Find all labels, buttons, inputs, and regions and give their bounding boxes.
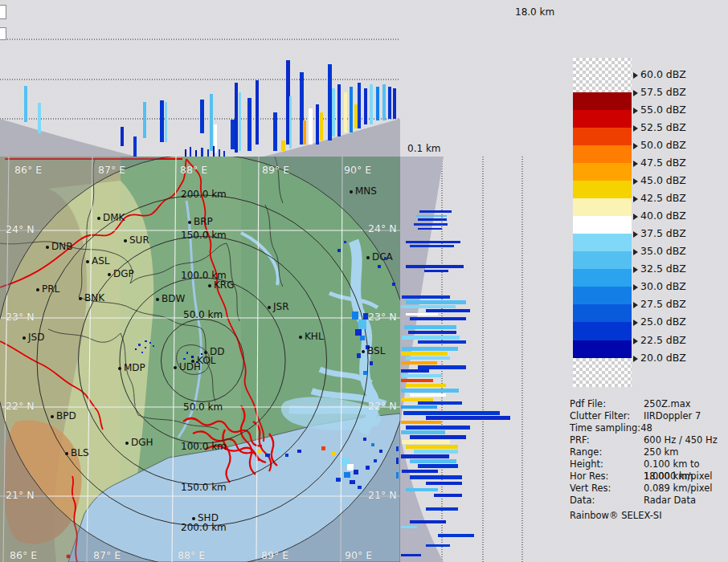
radar-echo-bar <box>370 84 373 124</box>
radar-echo-bar <box>406 445 458 449</box>
legend-tick: 50.0 dBZ <box>633 140 686 151</box>
legend-band-below-min <box>573 358 632 387</box>
radar-echo-bar <box>160 100 164 142</box>
city-dot <box>192 517 195 520</box>
city-dot <box>299 336 302 339</box>
radar-echo-bar <box>371 443 374 446</box>
radar-echo-bar <box>406 356 450 360</box>
radar-echo-bar <box>406 300 466 304</box>
radar-echo-bar <box>401 369 429 373</box>
top-panel-echoes <box>0 0 400 157</box>
radar-echo-bar <box>358 320 366 329</box>
radar-echo-bar <box>138 344 141 346</box>
longitude-label: 86° E <box>10 551 37 561</box>
radar-echo-bar <box>426 309 470 312</box>
clipped-label-artifact <box>0 27 6 40</box>
radar-echo-bar <box>410 393 446 397</box>
tick-arrow-icon <box>633 90 638 96</box>
city-label: SHD <box>192 513 219 523</box>
city-dot <box>350 190 353 193</box>
tick-arrow-icon <box>633 125 638 132</box>
radar-echo-bar <box>402 336 460 340</box>
metadata-label: Pdf File: <box>570 398 606 410</box>
radar-echo-bar <box>402 374 442 377</box>
radar-echo-bar <box>396 458 399 464</box>
radar-echo-bar <box>401 454 449 458</box>
radar-echo-bar <box>406 265 464 268</box>
city-dot <box>86 260 89 263</box>
radar-echo-bar <box>195 150 197 157</box>
radar-echo-bar <box>401 405 437 409</box>
city-label: BPD <box>51 411 76 421</box>
city-dot <box>97 217 100 220</box>
legend-band-above-max <box>573 58 632 92</box>
metadata-value: 1.000 km/pixel <box>644 470 713 483</box>
city-dot <box>124 239 127 242</box>
software-brand: Rainbow® SELEX-SI <box>570 510 722 522</box>
range-ring-label: 200.0 km <box>181 189 227 199</box>
radar-echo-bar <box>382 84 386 120</box>
metadata-row: Pdf File:250Z.max <box>570 398 722 410</box>
radar-echo-bar <box>406 384 446 387</box>
longitude-label: 88° E <box>180 165 207 176</box>
radar-echo-bar <box>190 147 191 157</box>
metadata-row: Time sampling:48 <box>570 422 722 434</box>
city-dot <box>51 415 54 418</box>
legend-band <box>573 163 632 181</box>
radar-echo-bar <box>403 411 500 415</box>
tick-arrow-icon <box>633 338 638 344</box>
radar-echo-bar <box>438 534 474 537</box>
radar-echo-bar <box>402 295 450 299</box>
radar-echo-bar <box>337 84 341 136</box>
radar-echo-bar <box>257 450 261 453</box>
radar-echo-bar <box>210 94 213 151</box>
metadata-row: Range:250 km <box>570 446 722 458</box>
radar-echo-bar <box>418 340 466 344</box>
radar-echo-bar <box>401 379 433 382</box>
longitude-label: 87° E <box>93 551 121 561</box>
longitude-label: 88° E <box>178 551 205 561</box>
radar-echo-bar <box>410 435 466 439</box>
radar-echo-bar <box>344 92 347 132</box>
legend-band <box>573 198 632 216</box>
metadata-label: PRF: <box>570 434 590 446</box>
city-label: DGP <box>108 269 134 279</box>
radar-echo-bar <box>374 459 377 462</box>
radar-echo-bar <box>213 146 215 157</box>
city-label: DNB <box>46 242 72 251</box>
city-dot <box>268 306 271 309</box>
radar-echo-bar <box>320 112 323 140</box>
radar-echo-bar <box>38 103 41 133</box>
metadata-value: 250 km <box>644 446 678 458</box>
radar-echo-bar <box>379 450 382 453</box>
legend-band <box>573 287 632 304</box>
radar-echo-bar <box>392 283 395 286</box>
radar-echo-bar <box>401 421 441 424</box>
radar-echo-bar <box>344 241 346 243</box>
legend-tick: 47.5 dBZ <box>633 158 686 169</box>
metadata-label: Vert Res: <box>570 483 611 495</box>
metadata-row: Height:0.100 km to 18.000 km <box>570 458 722 470</box>
legend-band <box>573 128 632 145</box>
city-dot <box>65 452 68 455</box>
radar-echo-bar <box>401 526 417 528</box>
radar-echo-bar <box>265 454 270 457</box>
radar-echo-bar <box>165 102 167 142</box>
city-dot <box>362 350 365 353</box>
city-label: BDW <box>156 294 185 303</box>
radar-echo-bar <box>247 98 252 151</box>
radar-echo-bar <box>396 472 399 479</box>
metadata-label: Time sampling: <box>570 422 640 434</box>
radar-echo-bar <box>352 312 358 320</box>
legend-band <box>573 269 632 287</box>
radar-echo-bar <box>406 488 438 491</box>
radar-echo-bar <box>24 86 27 122</box>
radar-echo-bar <box>121 127 124 146</box>
city-label: KHL <box>299 332 324 341</box>
radar-echo-bar <box>426 416 510 420</box>
range-ring-label: 100.0 km <box>181 442 227 451</box>
radar-echo-bar <box>285 454 288 457</box>
radar-echo-bar <box>424 270 448 272</box>
radar-echo-bar <box>401 554 421 556</box>
city-label: BNK <box>79 293 104 303</box>
